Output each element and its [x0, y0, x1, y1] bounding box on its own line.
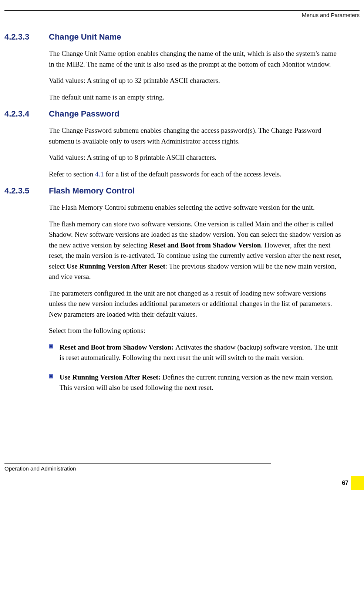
cross-reference-link[interactable]: 4.1	[95, 170, 104, 178]
section-number: 4.2.3.4	[4, 109, 49, 119]
bullet-square-icon	[49, 344, 53, 348]
header-chapter-title: Menus and Parameters	[21, 12, 360, 18]
page-number-container: 67	[4, 472, 360, 490]
header-rule	[4, 10, 360, 11]
section-title: Flash Memory Control	[49, 186, 135, 196]
bold-text: Reset and Boot from Shadow Version	[149, 241, 261, 249]
paragraph: Valid values: A string of up to 32 print…	[49, 75, 343, 86]
section-heading: 4.2.3.4 Change Password	[21, 109, 343, 119]
page-footer: Operation and Administration 67	[4, 463, 360, 490]
paragraph: Valid values: A string of up to 8 printa…	[49, 152, 343, 163]
section-change-unit-name: 4.2.3.3 Change Unit Name The Change Unit…	[21, 32, 343, 102]
paragraph: The Change Unit Name option enables chan…	[49, 48, 343, 70]
paragraph: The parameters configured in the unit ar…	[49, 288, 343, 320]
text-span: Refer to section	[49, 170, 95, 178]
footer-title: Operation and Administration	[4, 465, 360, 472]
text-span: for a list of the default passwords for …	[104, 170, 282, 178]
paragraph: The Flash Memory Control submenu enables…	[49, 202, 343, 213]
section-change-password: 4.2.3.4 Change Password The Change Passw…	[21, 109, 343, 179]
bold-text: Reset and Boot from Shadow Version:	[60, 343, 175, 351]
bullet-text: Reset and Boot from Shadow Version: Acti…	[60, 342, 343, 363]
section-title: Change Unit Name	[49, 32, 121, 42]
list-item: Reset and Boot from Shadow Version: Acti…	[49, 342, 343, 363]
paragraph: The flash memory can store two software …	[49, 219, 343, 282]
bullet-square-icon	[49, 374, 53, 378]
bullet-text: Use Running Version After Reset: Defines…	[60, 372, 343, 393]
bullet-list: Reset and Boot from Shadow Version: Acti…	[49, 342, 343, 393]
paragraph: Select from the following options:	[49, 326, 343, 336]
bold-text: Use Running Version After Reset:	[60, 373, 162, 381]
page-number: 67	[342, 480, 348, 486]
section-heading: 4.2.3.3 Change Unit Name	[21, 32, 343, 42]
section-flash-memory-control: 4.2.3.5 Flash Memory Control The Flash M…	[21, 186, 343, 393]
list-item: Use Running Version After Reset: Defines…	[49, 372, 343, 393]
footer-rule	[4, 463, 271, 464]
paragraph: The default unit name is an empty string…	[49, 92, 343, 103]
section-heading: 4.2.3.5 Flash Memory Control	[21, 186, 343, 196]
section-number: 4.2.3.5	[4, 186, 49, 196]
section-title: Change Password	[49, 109, 119, 119]
section-number: 4.2.3.3	[4, 32, 49, 42]
paragraph: Refer to section 4.1 for a list of the d…	[49, 169, 343, 180]
bold-text: Use Running Version After Reset	[67, 262, 165, 270]
paragraph: The Change Password submenu enables chan…	[49, 125, 343, 146]
page-number-highlight	[351, 476, 364, 490]
